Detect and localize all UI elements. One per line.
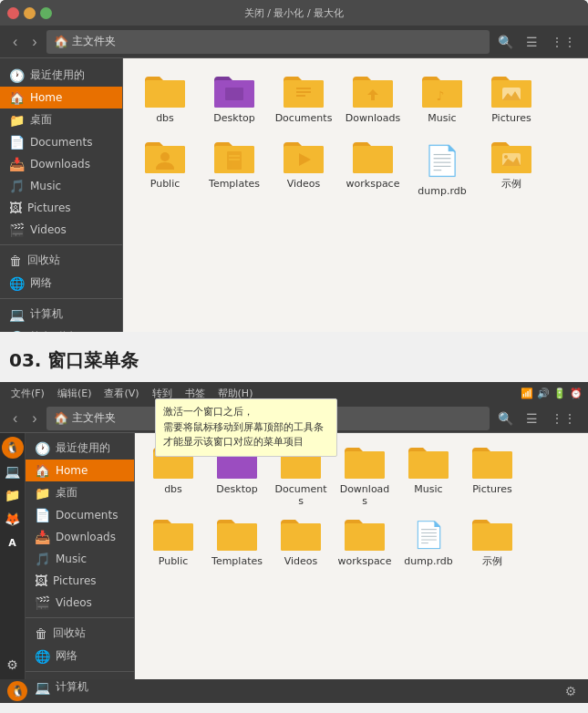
back-button[interactable]: ‹ — [7, 32, 23, 52]
sidebar-item-recent-2[interactable]: 🕐 最近使用的 — [26, 437, 134, 460]
sidebar-item-music[interactable]: 🎵 Music — [0, 175, 122, 197]
file-item-desktop[interactable]: Desktop — [201, 67, 267, 129]
file-item-videos[interactable]: Videos — [271, 133, 336, 202]
breadcrumb-text-2: 主文件夹 — [72, 410, 116, 426]
file-name-desktop: Desktop — [213, 112, 254, 124]
svg-rect-3 — [296, 95, 305, 97]
file-item2-downloads[interactable]: Downloads — [334, 440, 396, 511]
forward-button-2[interactable]: › — [26, 408, 42, 429]
file-name-public: Public — [150, 178, 181, 190]
sidebar-item-computer-2[interactable]: 💻 计算机 — [26, 676, 134, 698]
sidebar-item-pictures[interactable]: 🖼 Pictures — [0, 197, 122, 219]
file-item-example[interactable]: 示例 — [479, 133, 544, 202]
sidebar-label-pictures: Pictures — [27, 202, 71, 214]
file-item2-dump[interactable]: 📄 dump.rdb — [397, 512, 459, 571]
menu-item-view[interactable]: 查看(V) — [98, 385, 144, 402]
file-item-downloads[interactable]: Downloads — [340, 67, 406, 129]
sidebar-item-network[interactable]: 🌐 网络 — [0, 272, 122, 294]
file-item-documents[interactable]: Documents — [271, 67, 336, 129]
forward-button[interactable]: › — [26, 32, 42, 52]
toolbar-right-2: 🔍 ☰ ⋮⋮ — [493, 409, 581, 428]
menu-item-help[interactable]: 帮助(H) — [212, 385, 259, 402]
sidebar-item-documents[interactable]: 📄 Documents — [0, 131, 122, 153]
sidebar-item-desktop-2[interactable]: 📁 桌面 — [26, 481, 134, 504]
maximize-button[interactable] — [40, 7, 52, 19]
clock-icon: 🕐 — [9, 68, 25, 83]
sidebar-label-downloads: Downloads — [30, 158, 90, 170]
breadcrumb[interactable]: 🏠 主文件夹 — [46, 30, 490, 54]
file-item2-documents[interactable]: Documents — [270, 440, 332, 511]
sidebar-item-recent[interactable]: 🕐 最近使用的 — [0, 64, 122, 87]
left-app-files[interactable]: 📁 — [2, 484, 24, 506]
file-item-workspace[interactable]: workspace — [340, 133, 406, 202]
sidebar-label-desktop-2: 桌面 — [56, 485, 77, 501]
sidebar-item-trash-2[interactable]: 🗑 回收站 — [26, 622, 134, 645]
file-item2-pictures[interactable]: Pictures — [461, 440, 523, 511]
breadcrumb-2[interactable]: 🏠 主文件夹 — [46, 407, 490, 430]
menu-item-bookmarks[interactable]: 书签 — [180, 385, 211, 402]
sidebar-item-videos-2[interactable]: 🎬 Videos — [26, 592, 134, 614]
sidebar-item-desktop[interactable]: 📁 桌面 — [0, 108, 122, 131]
sidebar-item-home-2[interactable]: 🏠 Home — [26, 460, 134, 481]
sidebar-label-documents: Documents — [30, 136, 92, 149]
file-item2-templates[interactable]: Templates — [206, 512, 268, 571]
folder-icon-workspace — [351, 139, 395, 175]
sidebar-item-trash[interactable]: 🗑 回收站 — [0, 249, 122, 272]
minimize-button[interactable] — [24, 7, 36, 19]
left-app-settings[interactable]: ⚙ — [2, 654, 24, 676]
file-item-pictures[interactable]: Pictures — [479, 67, 544, 129]
file2-name-desktop: Desktop — [216, 483, 257, 495]
grid-view-button-2[interactable]: ⋮⋮ — [546, 409, 581, 428]
settings-bottom-icon[interactable]: ⚙ — [561, 681, 581, 701]
file-item2-desktop[interactable]: Desktop — [206, 440, 268, 511]
menu-item-go[interactable]: 转到 — [147, 385, 178, 402]
menu-item-edit[interactable]: 编辑(E) — [52, 385, 98, 402]
left-app-ubuntu[interactable]: 🐧 — [2, 437, 24, 459]
sidebar-item-network-2[interactable]: 🌐 网络 — [26, 645, 134, 667]
sidebar-item-home[interactable]: 🏠 Home — [0, 87, 122, 108]
sidebar-item-floppy-2[interactable]: 💿 软盘 磁盘 — [26, 698, 134, 703]
folder2-example — [470, 516, 514, 553]
file-item-dbs[interactable]: dbs — [132, 67, 198, 129]
sidebar-item-documents-2[interactable]: 📄 Documents — [26, 504, 134, 526]
file-item-templates[interactable]: Templates — [201, 133, 267, 202]
grid-view-button[interactable]: ⋮⋮ — [546, 33, 581, 51]
close-button[interactable] — [7, 7, 19, 19]
left-app-terminal[interactable]: 💻 — [2, 460, 24, 482]
file-item-music[interactable]: ♪ Music — [409, 67, 475, 129]
file-item-public[interactable]: Public — [132, 133, 198, 202]
trash-icon-2: 🗑 — [35, 626, 47, 641]
list-view-button[interactable]: ☰ — [521, 33, 542, 51]
file-name-pictures: Pictures — [491, 112, 531, 124]
file-item-dump[interactable]: 📄 dump.rdb — [409, 133, 475, 202]
sidebar-item-downloads-2[interactable]: 📥 Downloads — [26, 526, 134, 548]
sidebar-item-pictures-2[interactable]: 🖼 Pictures — [26, 570, 134, 592]
file2-name-workspace: workspace — [338, 555, 392, 567]
videos-icon-2: 🎬 — [35, 595, 50, 610]
file-item2-workspace[interactable]: workspace — [334, 512, 396, 571]
sidebar-item-downloads[interactable]: 📥 Downloads — [0, 153, 122, 175]
sidebar-item-floppy[interactable]: 💿 软盘 磁盘 — [0, 326, 122, 332]
sidebar-label-recent-2: 最近使用的 — [56, 440, 110, 456]
search-button[interactable]: 🔍 — [493, 33, 518, 51]
file-item2-dbs[interactable]: dbs — [142, 440, 204, 511]
list-view-button-2[interactable]: ☰ — [521, 409, 542, 428]
file-item2-public[interactable]: Public — [142, 512, 204, 571]
folder2-videos — [279, 516, 323, 553]
file-item2-example[interactable]: 示例 — [461, 512, 523, 571]
sidebar-item-videos[interactable]: 🎬 Videos — [0, 219, 122, 241]
sidebar-item-music-2[interactable]: 🎵 Music — [26, 548, 134, 570]
music-icon-2: 🎵 — [35, 552, 50, 566]
menu-item-file[interactable]: 文件(F) — [5, 385, 50, 402]
search-button-2[interactable]: 🔍 — [493, 409, 518, 428]
file-item2-videos[interactable]: Videos — [270, 512, 332, 571]
left-app-firefox[interactable]: 🦊 — [2, 508, 24, 530]
folder-icon-public — [143, 139, 187, 175]
sidebar-label-trash: 回收站 — [27, 253, 60, 268]
sidebar-label-desktop: 桌面 — [30, 112, 52, 128]
ubuntu-bottom-icon[interactable]: 🐧 — [7, 681, 27, 701]
back-button-2[interactable]: ‹ — [7, 408, 23, 429]
left-app-text[interactable]: A — [2, 532, 24, 553]
sidebar-item-computer[interactable]: 💻 计算机 — [0, 303, 122, 326]
file-item2-music[interactable]: Music — [397, 440, 459, 511]
